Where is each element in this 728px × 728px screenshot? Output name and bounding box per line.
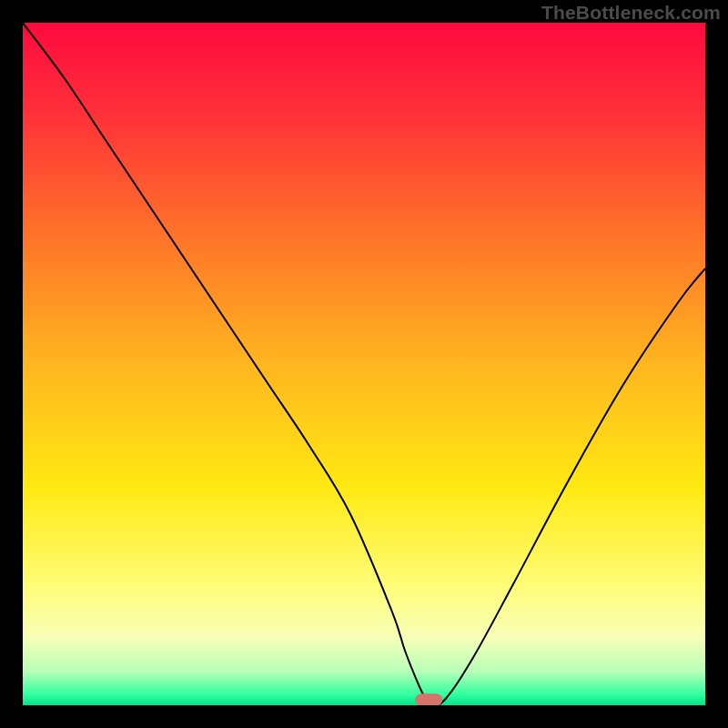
plot-area [23, 23, 705, 705]
watermark-text: TheBottleneck.com [541, 2, 721, 24]
optimal-marker [415, 693, 442, 705]
gradient-background [23, 23, 705, 705]
plot-svg [23, 23, 705, 705]
chart-frame: TheBottleneck.com [0, 0, 728, 728]
